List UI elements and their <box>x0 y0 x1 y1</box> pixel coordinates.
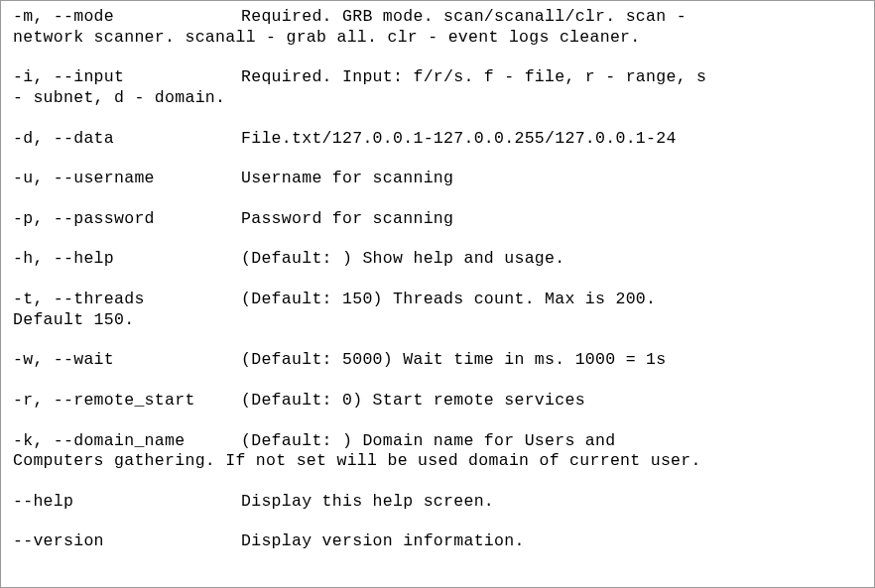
option-desc: File.txt/127.0.0.1-127.0.0.255/127.0.0.1… <box>241 129 677 148</box>
option-desc-cont: network scanner. scanall - grab all. clr… <box>13 28 862 49</box>
option-data: -d, --dataFile.txt/127.0.0.1-127.0.0.255… <box>13 129 862 150</box>
option-desc: Display version information. <box>241 531 525 550</box>
option-flag: -h, --help <box>13 249 241 270</box>
option-desc-cont: - subnet, d - domain. <box>13 88 862 109</box>
option-flag: -m, --mode <box>13 7 241 28</box>
option-flag: -k, --domain_name <box>13 431 241 452</box>
option-help-short: -h, --help(Default: ) Show help and usag… <box>13 249 862 270</box>
option-flag: -w, --wait <box>13 350 241 371</box>
option-threads: -t, --threads(Default: 150) Threads coun… <box>13 290 862 330</box>
option-version: --versionDisplay version information. <box>13 531 862 552</box>
option-flag: -p, --password <box>13 209 241 230</box>
option-desc: (Default: 0) Start remote services <box>241 391 585 410</box>
option-password: -p, --passwordPassword for scanning <box>13 209 862 230</box>
option-flag: -u, --username <box>13 169 241 189</box>
option-help-long: --helpDisplay this help screen. <box>13 492 862 513</box>
option-input: -i, --inputRequired. Input: f/r/s. f - f… <box>13 67 862 108</box>
option-desc: (Default: ) Show help and usage. <box>241 249 564 268</box>
option-flag: --help <box>13 492 241 513</box>
option-desc: (Default: 5000) Wait time in ms. 1000 = … <box>241 350 666 369</box>
option-wait: -w, --wait(Default: 5000) Wait time in m… <box>13 350 862 371</box>
option-desc: (Default: 150) Threads count. Max is 200… <box>241 290 656 308</box>
option-flag: -i, --input <box>13 67 241 88</box>
option-flag: --version <box>13 531 241 552</box>
option-flag: -r, --remote_start <box>13 391 241 412</box>
option-flag: -d, --data <box>13 129 241 150</box>
option-mode: -m, --modeRequired. GRB mode. scan/scana… <box>13 7 862 48</box>
option-username: -u, --usernameUsername for scanning <box>13 169 862 189</box>
option-desc: (Default: ) Domain name for Users and <box>241 431 615 450</box>
option-desc-cont: Default 150. <box>13 310 862 331</box>
option-flag: -t, --threads <box>13 290 241 310</box>
option-desc: Required. GRB mode. scan/scanall/clr. sc… <box>241 7 687 26</box>
option-desc: Required. Input: f/r/s. f - file, r - ra… <box>241 67 706 86</box>
option-desc: Display this help screen. <box>241 492 494 511</box>
option-desc-cont: Computers gathering. If not set will be … <box>13 451 862 472</box>
option-remote-start: -r, --remote_start(Default: 0) Start rem… <box>13 391 862 412</box>
option-desc: Username for scanning <box>241 169 453 187</box>
option-domain-name: -k, --domain_name(Default: ) Domain name… <box>13 431 862 472</box>
option-desc: Password for scanning <box>241 209 453 228</box>
